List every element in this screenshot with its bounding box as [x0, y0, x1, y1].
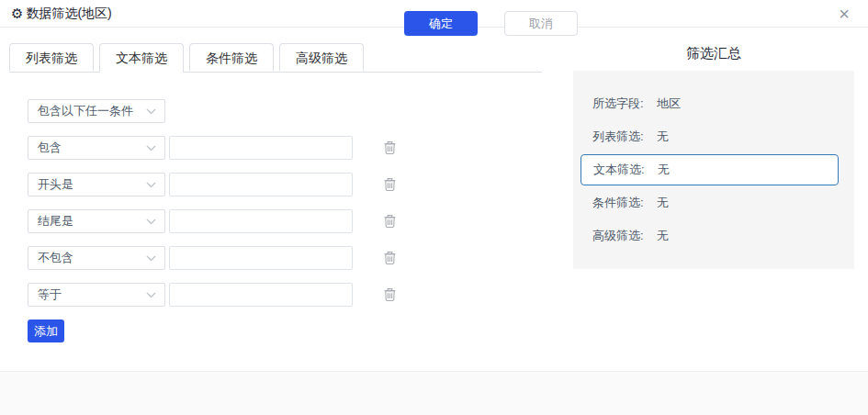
condition-list: 包含开头是结尾是不包含等于 — [28, 136, 397, 307]
operator-select-value: 不包含 — [38, 250, 73, 266]
summary-row-label: 高级筛选: — [592, 228, 657, 244]
operator-select[interactable]: 开头是 — [28, 173, 165, 196]
summary-title: 筛选汇总 — [573, 45, 854, 62]
summary-row-value: 无 — [657, 195, 669, 211]
operator-select-value: 结尾是 — [38, 213, 73, 230]
condition-value-input[interactable] — [169, 209, 353, 233]
operator-select-value: 开头是 — [38, 176, 73, 193]
condition-row: 包含 — [28, 136, 397, 160]
delete-condition-button[interactable] — [383, 287, 397, 302]
condition-value-input[interactable] — [169, 246, 353, 270]
operator-select[interactable]: 不包含 — [28, 246, 165, 270]
text-filter-form: 包含以下任一条件 包含开头是结尾是不包含等于 添加 — [28, 99, 397, 342]
summary-row-value: 无 — [657, 129, 669, 145]
tab-text-filter[interactable]: 文本筛选 — [99, 43, 184, 73]
chevron-down-icon — [146, 182, 156, 188]
combinator-select-value: 包含以下任一条件 — [38, 103, 133, 119]
dialog-footer — [0, 371, 868, 415]
summary-row-label: 列表筛选: — [592, 129, 657, 145]
condition-row: 结尾是 — [28, 209, 397, 233]
condition-value-input[interactable] — [169, 283, 353, 307]
tab-advanced-filter[interactable]: 高级筛选 — [279, 43, 364, 71]
summary-row-value: 无 — [657, 228, 669, 244]
chevron-down-icon — [146, 255, 156, 262]
operator-select-value: 等于 — [38, 286, 62, 303]
cancel-button[interactable]: 取消 — [504, 11, 578, 36]
trash-icon — [383, 177, 397, 192]
condition-row: 等于 — [28, 283, 397, 307]
chevron-down-icon — [146, 219, 156, 225]
summary-row-condition-filter: 条件筛选:无 — [573, 186, 854, 219]
chevron-down-icon — [146, 108, 156, 115]
condition-row: 开头是 — [28, 173, 397, 196]
operator-select[interactable]: 结尾是 — [28, 209, 165, 233]
tab-condition-filter[interactable]: 条件筛选 — [189, 43, 274, 71]
condition-value-input[interactable] — [169, 173, 353, 196]
add-button[interactable]: 添加 — [28, 320, 64, 342]
operator-select[interactable]: 等于 — [28, 283, 165, 307]
summary-row-advanced-filter: 高级筛选:无 — [573, 219, 854, 252]
combinator-select[interactable]: 包含以下任一条件 — [28, 99, 165, 123]
summary-row-value: 地区 — [657, 95, 681, 112]
close-icon[interactable]: × — [835, 2, 853, 26]
summary-row-label: 所选字段: — [592, 95, 657, 112]
summary-row-label: 条件筛选: — [592, 195, 657, 211]
summary-panel: 所选字段:地区列表筛选:无文本筛选:无条件筛选:无高级筛选:无 — [573, 71, 854, 269]
operator-select[interactable]: 包含 — [28, 136, 165, 160]
summary-row-text-filter: 文本筛选:无 — [581, 154, 839, 185]
trash-icon — [383, 214, 397, 229]
operator-select-value: 包含 — [38, 140, 62, 156]
tab-list-filter[interactable]: 列表筛选 — [9, 43, 94, 71]
trash-icon — [383, 287, 397, 302]
dialog-title: 数据筛选(地区) — [26, 6, 111, 22]
tab-bar: 列表筛选文本筛选条件筛选高级筛选 — [9, 43, 542, 73]
condition-value-input[interactable] — [169, 136, 353, 160]
data-filter-dialog: { "dialog": { "title": "数据筛选(地区)", "icon… — [0, 0, 868, 415]
trash-icon — [383, 251, 397, 265]
combinator-row: 包含以下任一条件 — [28, 99, 397, 123]
summary-row-value: 无 — [658, 162, 670, 178]
summary-row-label: 文本筛选: — [593, 162, 658, 178]
delete-condition-button[interactable] — [383, 251, 397, 265]
trash-icon — [383, 140, 397, 155]
gear-icon: ⚙ — [11, 6, 23, 20]
delete-condition-button[interactable] — [383, 214, 397, 229]
delete-condition-button[interactable] — [383, 140, 397, 155]
ok-button[interactable]: 确定 — [404, 11, 478, 36]
summary-row-list-filter: 列表筛选:无 — [573, 120, 854, 153]
chevron-down-icon — [146, 292, 156, 298]
condition-row: 不包含 — [28, 246, 397, 270]
delete-condition-button[interactable] — [383, 177, 397, 192]
chevron-down-icon — [146, 145, 156, 151]
summary-row-selected-field: 所选字段:地区 — [573, 87, 854, 120]
